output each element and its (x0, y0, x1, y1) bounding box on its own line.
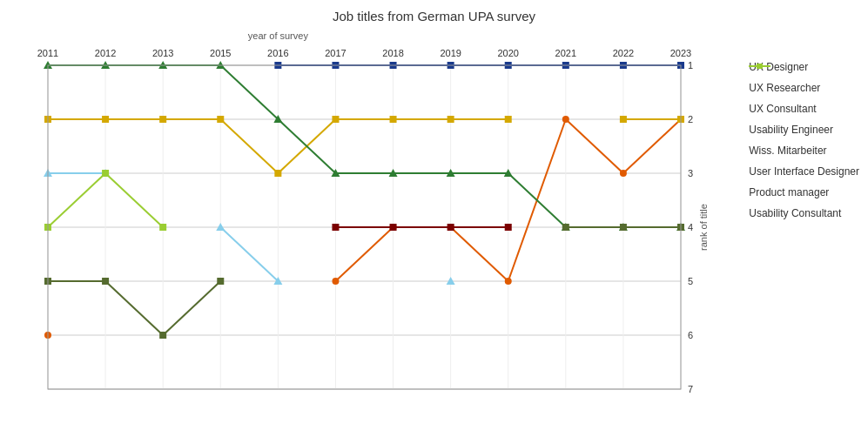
svg-line-139 (105, 173, 163, 227)
svg-text:2021: 2021 (555, 48, 576, 58)
legend-item: UX Consultant (749, 103, 859, 115)
svg-rect-80 (159, 116, 166, 123)
svg-point-67 (620, 170, 627, 177)
svg-text:2022: 2022 (613, 48, 634, 58)
legend-label: User Interface Designer (749, 165, 859, 178)
svg-rect-85 (447, 116, 454, 123)
svg-line-55 (335, 227, 393, 281)
svg-text:2019: 2019 (440, 48, 461, 58)
legend-label: Wiss. Mitarbeiter (749, 145, 826, 157)
legend-item: User Interface Designer (749, 165, 859, 178)
svg-rect-132 (102, 278, 109, 285)
svg-line-60 (623, 119, 681, 173)
legend-label: Product manager (749, 186, 829, 198)
svg-rect-159 (757, 64, 763, 69)
svg-rect-142 (159, 224, 166, 231)
svg-text:2: 2 (688, 114, 693, 124)
legend-item: Wiss. Mitarbeiter (749, 145, 859, 157)
svg-line-59 (566, 119, 623, 173)
svg-rect-115 (332, 224, 339, 231)
svg-rect-87 (620, 116, 627, 123)
svg-text:2016: 2016 (267, 48, 288, 58)
svg-rect-79 (102, 116, 109, 123)
svg-rect-135 (562, 224, 569, 231)
svg-text:3: 3 (688, 168, 693, 178)
svg-rect-116 (390, 224, 397, 231)
svg-text:4: 4 (688, 222, 693, 232)
svg-point-65 (505, 278, 512, 285)
svg-point-66 (562, 116, 569, 123)
svg-line-97 (508, 173, 566, 227)
svg-text:2018: 2018 (382, 48, 403, 58)
svg-rect-134 (217, 278, 224, 285)
svg-text:7: 7 (688, 384, 693, 394)
svg-line-120 (220, 227, 278, 281)
svg-text:2013: 2013 (152, 48, 173, 58)
chart-container: Job titles from German UPA survey 201120… (0, 0, 868, 437)
svg-rect-86 (505, 116, 512, 123)
chart-svg: 2011201220132015201620172018201920202021… (0, 0, 868, 437)
svg-point-62 (332, 278, 339, 285)
svg-text:2017: 2017 (325, 48, 346, 58)
legend-label: UX Consultant (749, 103, 816, 115)
legend-item: Product manager (749, 186, 859, 198)
legend: UX Designer UX Researcher UX Consultant … (749, 61, 859, 219)
svg-text:2011: 2011 (37, 48, 58, 58)
svg-text:5: 5 (688, 276, 693, 286)
legend-label: UX Researcher (749, 82, 820, 94)
svg-text:rank of title: rank of title (698, 204, 709, 251)
legend-item: Usability Engineer (749, 124, 859, 136)
svg-line-92 (220, 65, 278, 119)
svg-rect-84 (390, 116, 397, 123)
svg-line-127 (105, 281, 163, 335)
svg-line-128 (163, 281, 220, 335)
svg-rect-136 (620, 224, 627, 231)
svg-line-138 (48, 173, 105, 227)
svg-rect-141 (102, 170, 109, 177)
svg-line-72 (220, 119, 278, 173)
legend-line-icon (749, 61, 770, 71)
svg-rect-117 (447, 224, 454, 231)
svg-rect-82 (274, 170, 281, 177)
svg-text:2023: 2023 (670, 48, 691, 58)
svg-line-57 (451, 227, 508, 281)
svg-text:2012: 2012 (95, 48, 116, 58)
legend-label: Usability Engineer (749, 124, 833, 136)
svg-rect-83 (332, 116, 339, 123)
svg-text:2015: 2015 (210, 48, 231, 58)
svg-text:6: 6 (688, 330, 693, 340)
svg-text:2020: 2020 (497, 48, 518, 58)
legend-label: Usability Consultant (749, 207, 841, 219)
svg-text:1: 1 (688, 60, 693, 71)
svg-rect-81 (217, 116, 224, 123)
svg-rect-118 (505, 224, 512, 231)
legend-item: UX Researcher (749, 82, 859, 94)
svg-rect-133 (159, 332, 166, 339)
svg-text:year of survey: year of survey (248, 30, 309, 41)
legend-item: Usability Consultant (749, 207, 859, 219)
